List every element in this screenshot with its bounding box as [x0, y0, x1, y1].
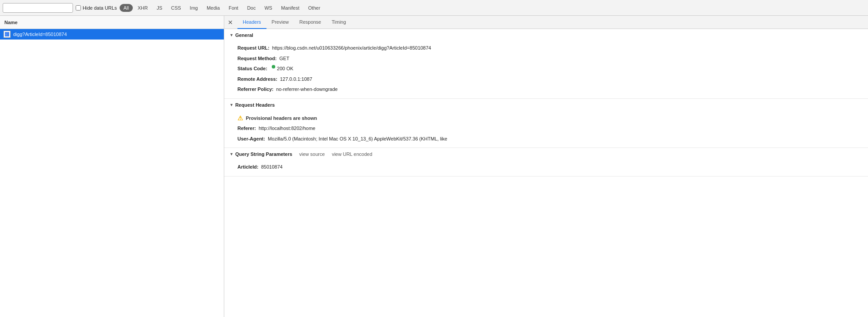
request-headers-arrow-icon: ▼	[230, 103, 233, 107]
filter-btn-other[interactable]: Other	[304, 4, 325, 12]
request-headers-section: ▼ Request Headers ⚠ Provisional headers …	[224, 99, 868, 148]
general-row-referrer: Referrer Policy: no-referrer-when-downgr…	[224, 84, 868, 95]
general-section: ▼ General Request URL: https://blog.csdn…	[224, 29, 868, 99]
filter-btn-ws[interactable]: WS	[260, 4, 276, 12]
name-column-header: Name	[0, 16, 224, 29]
query-string-section-header[interactable]: ▼ Query String Parameters view source vi…	[224, 148, 868, 160]
query-string-section: ▼ Query String Parameters view source vi…	[224, 148, 868, 177]
toolbar: digg Hide data URLs AllXHRJSCSSImgMediaF…	[0, 0, 868, 16]
filter-btn-js[interactable]: JS	[153, 4, 166, 12]
svg-text:↑: ↑	[5, 33, 7, 36]
general-row-url: Request URL: https://blog.csdn.net/u0106…	[224, 43, 868, 54]
provisional-headers-warning: ⚠ Provisional headers are shown	[224, 113, 868, 123]
general-section-body: Request URL: https://blog.csdn.net/u0106…	[224, 41, 868, 98]
filter-btn-doc[interactable]: Doc	[243, 4, 260, 12]
query-string-arrow-icon: ▼	[230, 152, 233, 156]
search-input[interactable]: digg	[3, 3, 73, 13]
request-headers-section-body: ⚠ Provisional headers are shown Referer:…	[224, 111, 868, 148]
filter-btn-font[interactable]: Font	[225, 4, 242, 12]
request-headers-section-header[interactable]: ▼ Request Headers	[224, 99, 868, 111]
tab-timing[interactable]: Timing	[326, 16, 351, 29]
filter-btn-media[interactable]: Media	[203, 4, 224, 12]
query-string-section-body: ArticleId: 85010874	[224, 160, 868, 176]
general-arrow-icon: ▼	[230, 33, 233, 37]
status-dot-icon	[272, 65, 275, 68]
query-param-article-id: ArticleId: 85010874	[224, 162, 868, 173]
requests-list: ↑ digg?ArticleId=85010874	[0, 29, 224, 40]
filter-btn-manifest[interactable]: Manifest	[277, 4, 303, 12]
close-button[interactable]: ✕	[226, 18, 235, 27]
general-row-status: Status Code: 200 OK	[224, 64, 868, 74]
filter-btn-all[interactable]: All	[120, 4, 133, 12]
hide-data-urls-label[interactable]: Hide data URLs	[76, 5, 117, 11]
request-header-referer: Referer: http://localhost:8202/home	[224, 123, 868, 134]
tabs-row: ✕ HeadersPreviewResponseTiming	[224, 16, 868, 29]
filter-buttons: AllXHRJSCSSImgMediaFontDocWSManifestOthe…	[120, 4, 325, 12]
request-icon: ↑	[4, 31, 11, 38]
main-layout: Name ↑ digg?ArticleId=85010874 ✕ Headers…	[0, 16, 868, 317]
filter-btn-xhr[interactable]: XHR	[134, 4, 152, 12]
general-section-header[interactable]: ▼ General	[224, 29, 868, 41]
content-area: ▼ General Request URL: https://blog.csdn…	[224, 29, 868, 317]
tab-preview[interactable]: Preview	[266, 16, 294, 29]
tab-headers[interactable]: Headers	[237, 16, 266, 29]
general-row-method: Request Method: GET	[224, 54, 868, 64]
tabs-container: HeadersPreviewResponseTiming	[237, 16, 351, 29]
request-header-user-agent: User-Agent: Mozilla/5.0 (Macintosh; Inte…	[224, 134, 868, 144]
request-name: digg?ArticleId=85010874	[13, 32, 67, 37]
hide-data-urls-checkbox[interactable]	[76, 5, 81, 11]
filter-btn-img[interactable]: Img	[186, 4, 202, 12]
tab-response[interactable]: Response	[294, 16, 327, 29]
view-source-link[interactable]: view source	[299, 151, 325, 157]
general-row-remote: Remote Address: 127.0.0.1:1087	[224, 74, 868, 85]
view-url-encoded-link[interactable]: view URL encoded	[332, 151, 372, 157]
request-item[interactable]: ↑ digg?ArticleId=85010874	[0, 29, 224, 40]
right-panel: ✕ HeadersPreviewResponseTiming ▼ General…	[224, 16, 868, 317]
filter-btn-css[interactable]: CSS	[167, 4, 185, 12]
left-panel: Name ↑ digg?ArticleId=85010874	[0, 16, 224, 317]
warning-icon: ⚠	[237, 115, 243, 122]
